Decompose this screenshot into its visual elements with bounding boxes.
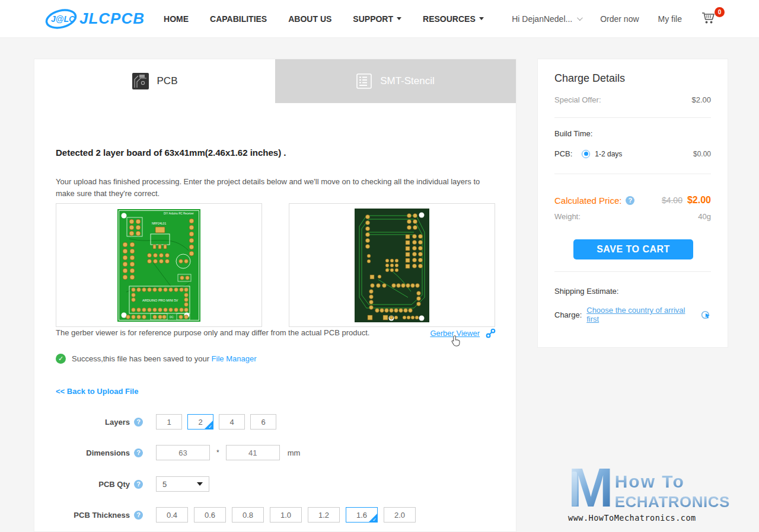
calculated-price-row: Calculated Price: $4.00 $2.00: [554, 195, 711, 206]
question-icon[interactable]: [626, 196, 634, 205]
dimensions-row: Dimensions * mm: [56, 444, 300, 461]
user-menu[interactable]: Hi DejanNedel...: [512, 14, 581, 24]
choose-country-link[interactable]: Choose the country of arrival first: [586, 306, 698, 323]
jlcpcb-logo-icon: J@LC: [45, 7, 77, 31]
special-offer-value: $2.00: [691, 95, 711, 104]
my-file-link[interactable]: My file: [658, 14, 682, 24]
main-nav: HOME CAPABILITIES ABOUT US SUPPORT RESOU…: [164, 14, 484, 24]
layers-option-4[interactable]: 4: [219, 414, 245, 430]
success-check-icon: ✓: [56, 354, 66, 364]
svg-text:DC:: DC:: [170, 316, 174, 319]
chevron-down-icon: [479, 17, 484, 20]
nav-about-us[interactable]: ABOUT US: [288, 14, 331, 24]
jlcpcb-logo[interactable]: J@LC JLCPCB: [45, 7, 145, 31]
tab-smt-stencil[interactable]: SMT-Stencil: [275, 59, 516, 103]
dimensions-separator: *: [216, 448, 219, 457]
pcb-front-preview: DIY Arduino RC Receiver NRF24L01: [56, 203, 262, 327]
layers-option-1[interactable]: 1: [156, 414, 182, 430]
layers-option-6[interactable]: 6: [250, 414, 276, 430]
pcb-thickness-label: PCB Thickness: [74, 511, 130, 520]
weight-label: Weight:: [554, 212, 581, 221]
detected-board-heading: Detected 2 layer board of 63x41mm(2.46x1…: [56, 148, 286, 158]
page: J@LC JLCPCB HOME CAPABILITIES ABOUT US S…: [0, 0, 759, 532]
order-panel: PCB SMT-Stencil Detected 2 layer board o…: [34, 59, 516, 532]
nav-resources[interactable]: RESOURCES: [423, 14, 484, 24]
new-price: $2.00: [687, 195, 711, 206]
watermark-url: www.HowToMechatronics.com: [568, 513, 723, 523]
thickness-option-0.4[interactable]: 0.4: [156, 507, 188, 523]
build-time-radio-selected[interactable]: [582, 150, 590, 158]
pcb-qty-value: 5: [162, 480, 167, 489]
pcb-label: PCB:: [554, 149, 572, 158]
calculated-price-label: Calculated Price:: [554, 196, 621, 206]
build-time-option: 1-2 days: [595, 150, 622, 158]
success-text: Success,this file has been saved to your: [72, 354, 209, 363]
cart-button[interactable]: 0: [701, 11, 721, 27]
divider: [554, 271, 711, 272]
order-now-link[interactable]: Order now: [600, 14, 639, 24]
dimension-height-input[interactable]: [226, 445, 280, 460]
success-message: ✓ Success,this file has been saved to yo…: [56, 354, 256, 364]
tab-pcb[interactable]: PCB: [34, 59, 275, 103]
question-icon[interactable]: [134, 418, 143, 427]
question-icon[interactable]: [134, 511, 143, 520]
dropdown-caret-icon: [197, 482, 203, 486]
svg-text:NRF24L01: NRF24L01: [152, 222, 166, 225]
pcb-back-preview: [289, 203, 495, 327]
build-time-row: Build Time:: [554, 129, 711, 138]
watermark-line1: How To: [615, 472, 730, 492]
globe-cursor-icon: [701, 310, 711, 320]
watermark-piston-decoration: [572, 472, 577, 506]
charge-label: Charge:: [554, 310, 582, 319]
save-to-cart-button[interactable]: SAVE TO CART: [573, 239, 693, 259]
pcb-qty-select[interactable]: 5: [156, 476, 209, 492]
question-icon[interactable]: [134, 448, 143, 457]
upload-note: Your upload has finished processing. Ent…: [56, 176, 496, 200]
weight-value: 40g: [698, 212, 711, 221]
chevron-down-icon: [577, 15, 583, 21]
thickness-option-2.0[interactable]: 2.0: [384, 507, 416, 523]
nav-home[interactable]: HOME: [164, 14, 189, 24]
chevron-down-icon: [397, 17, 401, 20]
pcb-tab-icon: [132, 73, 149, 89]
shipping-charge-row: Charge: Choose the country of arrival fi…: [554, 306, 711, 323]
thickness-option-0.8[interactable]: 0.8: [232, 507, 264, 523]
thickness-option-1.0[interactable]: 1.0: [270, 507, 302, 523]
pcb-back-image: [355, 209, 429, 322]
cart-badge: 0: [715, 7, 725, 17]
file-manager-link[interactable]: File Manager: [212, 354, 257, 363]
dimension-width-input[interactable]: [156, 445, 210, 460]
nav-support[interactable]: SUPPORT: [353, 14, 401, 24]
question-icon[interactable]: [134, 480, 143, 489]
tab-pcb-label: PCB: [157, 75, 178, 87]
pcb-build-time-row: PCB: 1-2 days $0.00: [554, 149, 711, 158]
pcb-front-image: DIY Arduino RC Receiver NRF24L01: [117, 209, 200, 322]
back-to-upload-link[interactable]: << Back to Upload File: [56, 387, 138, 396]
watermark-line2: ECHATRONICS: [615, 493, 730, 511]
special-offer-label: Special Offer:: [554, 95, 601, 104]
thickness-option-1.6-selected[interactable]: 1.6: [346, 507, 378, 523]
howtomechatronics-watermark: M How To ECHATRONICS www.HowToMechatroni…: [568, 466, 723, 523]
shipping-estimate-row: Shipping Estimate:: [554, 287, 711, 296]
gerber-note-row: The gerber viewer is for reference purpo…: [56, 328, 496, 338]
divider: [554, 117, 711, 118]
pcb-qty-row: PCB Qty 5: [56, 476, 209, 492]
divider: [554, 174, 711, 174]
svg-text:ARDUINO PRO MINI 5V: ARDUINO PRO MINI 5V: [142, 299, 178, 302]
charge-details-panel: Charge Details Special Offer: $2.00 Buil…: [537, 59, 728, 348]
layers-row: Layers 1 2 4 6: [56, 414, 276, 430]
special-offer-row: Special Offer: $2.00: [554, 95, 711, 104]
link-chain-icon[interactable]: [486, 328, 496, 338]
layers-option-2-selected[interactable]: 2: [187, 414, 213, 430]
tab-smt-label: SMT-Stencil: [380, 75, 435, 87]
thickness-option-1.2[interactable]: 1.2: [308, 507, 340, 523]
svg-text:J@LC: J@LC: [51, 14, 75, 24]
nav-capabilities[interactable]: CAPABILITIES: [210, 14, 267, 24]
charge-details-title: Charge Details: [554, 72, 625, 85]
pcb-thickness-row: PCB Thickness 0.4 0.6 0.8 1.0 1.2 1.6 2.…: [56, 507, 416, 523]
dimensions-label: Dimensions: [86, 448, 130, 457]
cursor-pointer-icon: [451, 335, 460, 347]
build-time-label: Build Time:: [554, 129, 592, 138]
cart-icon: [701, 11, 716, 24]
thickness-option-0.6[interactable]: 0.6: [194, 507, 226, 523]
